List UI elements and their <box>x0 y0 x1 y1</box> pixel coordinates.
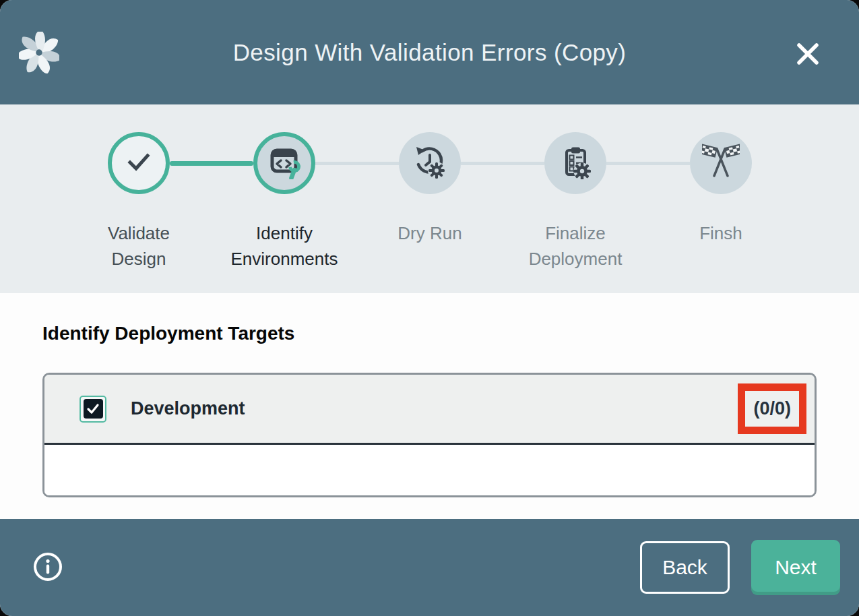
next-button[interactable]: Next <box>751 540 840 595</box>
checkered-flags-icon <box>702 143 740 183</box>
page-title: Identify Deployment Targets <box>42 323 294 344</box>
back-button[interactable]: Back <box>640 541 730 594</box>
step-circle <box>544 132 606 194</box>
target-row-development[interactable]: Development (0/0) <box>44 375 815 445</box>
checkbox-checkmark-icon <box>84 399 103 419</box>
target-name: Development <box>131 398 245 419</box>
dialog-header: Design With Validation Errors (Copy) <box>0 0 859 104</box>
annotation-highlight-box: (0/0) <box>738 383 806 434</box>
empty-list-area <box>44 445 815 495</box>
history-gear-icon <box>412 144 447 182</box>
wizard-body: Identify Deployment Targets Development … <box>0 293 859 519</box>
code-window-wrench-icon <box>267 144 302 182</box>
step-dry-run[interactable]: Dry Run <box>357 132 503 247</box>
dialog-footer: Back Next <box>0 519 859 616</box>
step-circle <box>253 132 315 194</box>
step-circle <box>108 132 170 194</box>
deployment-wizard-dialog: Design With Validation Errors (Copy) Val… <box>0 0 859 616</box>
step-label: Validate Design <box>82 221 196 272</box>
deployment-targets-list: Development (0/0) <box>42 373 817 497</box>
step-finalize-deployment[interactable]: Finalize Deployment <box>503 132 648 272</box>
step-label: Identify Environments <box>227 221 342 272</box>
target-count: (0/0) <box>753 398 791 419</box>
wizard-stepper: Validate Design Identify Environments <box>0 104 859 293</box>
step-identify-environments[interactable]: Identify Environments <box>212 132 357 272</box>
clipboard-checklist-gear-icon <box>558 144 593 182</box>
step-finish[interactable]: Finsh <box>648 132 794 247</box>
step-circle <box>399 132 461 194</box>
info-icon[interactable] <box>33 552 63 582</box>
step-validate-design[interactable]: Validate Design <box>66 132 212 272</box>
step-label: Finalize Deployment <box>518 221 633 272</box>
check-icon <box>123 146 155 181</box>
dialog-title: Design With Validation Errors (Copy) <box>0 0 859 104</box>
step-circle <box>690 132 752 194</box>
step-label: Finsh <box>664 221 778 247</box>
close-icon[interactable] <box>792 38 824 70</box>
step-label: Dry Run <box>373 221 487 247</box>
development-checkbox[interactable] <box>79 396 106 423</box>
